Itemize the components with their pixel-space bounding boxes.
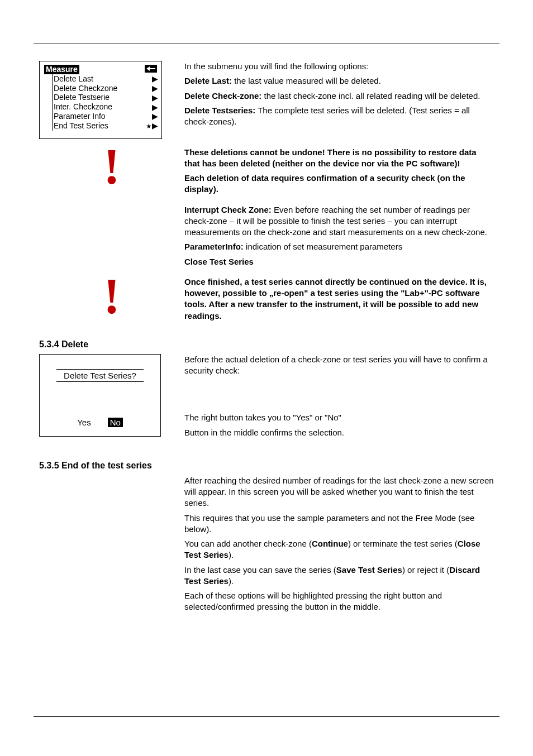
footer-rule	[34, 716, 499, 717]
opt-paraminfo: ParameterInfo: indication of set measure…	[184, 241, 494, 252]
dialog-yes: Yes	[77, 418, 91, 427]
chevron-right-icon: ▶	[152, 112, 158, 120]
screen-item: Inter. Checkzone▶	[54, 102, 158, 112]
opt-interrupt: Interrupt Check Zone: Even before reachi…	[184, 204, 494, 238]
right-col: Before the actual deletion of a check-zo…	[184, 354, 494, 442]
screen-menu-list: Delete Last▶ Delete Checkzone▶ Delete Te…	[52, 74, 158, 131]
chevron-right-icon: ▶	[152, 103, 158, 111]
right-col: Interrupt Check Zone: Even before reachi…	[184, 204, 494, 271]
opt-delete-testseries: Delete Testseries: The complete test ser…	[184, 105, 494, 128]
heading-delete: 5.3.4 Delete	[39, 339, 494, 350]
delete-para: Before the actual deletion of a check-zo…	[184, 354, 494, 377]
row-screen-options: Measure Delete Last▶ Delete Checkzone▶ D…	[39, 61, 494, 139]
screen-title: Measure	[44, 65, 79, 74]
opt-delete-checkzone: Delete Check-zone: the last check-zone i…	[184, 90, 494, 102]
warning-text-1: These deletions cannot be undone! There …	[184, 147, 494, 199]
end-p2: This requires that you use the sample pa…	[184, 513, 494, 535]
intro-line: In the submenu you will find the followi…	[184, 61, 494, 72]
end-p5: Each of these options will be highlighte…	[184, 590, 494, 613]
row-end: After reaching the desired number of rea…	[39, 475, 494, 616]
opt-close: Close Test Series	[184, 256, 494, 267]
header-rule	[34, 44, 499, 44]
end-p3: You can add another check-zone (Continue…	[184, 538, 494, 561]
dialog-no: No	[108, 418, 123, 427]
warn1-b: Each deletion of data requires confirmat…	[184, 173, 494, 195]
row-warning-1: ! These deletions cannot be undone! Ther…	[39, 147, 494, 199]
device-screen-confirm: Delete Test Series? Yes No	[39, 354, 161, 437]
dialog-options: Yes No	[77, 418, 123, 427]
warn2: Once finished, a test series cannot dire…	[184, 276, 494, 322]
chevron-right-icon: ★▶	[146, 122, 158, 130]
delete-desc2: Button in the middle confirms the select…	[184, 427, 494, 438]
end-p4: In the last case you can save the series…	[184, 564, 494, 587]
left-col: Delete Test Series? Yes No	[39, 354, 184, 437]
warn1-a: These deletions cannot be undone! There …	[184, 147, 494, 170]
content-area: Measure Delete Last▶ Delete Checkzone▶ D…	[39, 61, 494, 616]
right-col: After reaching the desired number of rea…	[184, 475, 494, 616]
screen-item: Delete Last▶	[54, 74, 158, 84]
chevron-right-icon: ▶	[152, 84, 158, 92]
chevron-right-icon: ▶	[152, 94, 158, 102]
heading-end: 5.3.5 End of the test series	[39, 461, 494, 471]
delete-desc1: The right button takes you to "Yes" or "…	[184, 412, 494, 423]
dialog-question: Delete Test Series?	[56, 369, 144, 382]
page: Measure Delete Last▶ Delete Checkzone▶ D…	[0, 0, 533, 756]
left-col: Measure Delete Last▶ Delete Checkzone▶ D…	[39, 61, 184, 139]
row-options-2: Interrupt Check Zone: Even before reachi…	[39, 204, 494, 271]
warning-icon: !	[39, 147, 184, 187]
screen-item: End Test Series★▶	[54, 121, 158, 131]
warning-icon: !	[39, 276, 184, 317]
device-screen-measure: Measure Delete Last▶ Delete Checkzone▶ D…	[39, 61, 162, 139]
screen-item: Parameter Info▶	[54, 112, 158, 121]
row-delete: Delete Test Series? Yes No Before the ac…	[39, 354, 494, 442]
right-col: In the submenu you will find the followi…	[184, 61, 494, 131]
chevron-right-icon: ▶	[152, 75, 158, 83]
warning-text-2: Once finished, a test series cannot dire…	[184, 276, 494, 325]
opt-delete-last: Delete Last: the last value measured wil…	[184, 75, 494, 87]
back-arrow-icon	[145, 65, 157, 73]
screen-item: Delete Testserie▶	[54, 93, 158, 102]
row-warning-2: ! Once finished, a test series cannot di…	[39, 276, 494, 325]
end-p1: After reaching the desired number of rea…	[184, 475, 494, 509]
screen-item: Delete Checkzone▶	[54, 84, 158, 93]
